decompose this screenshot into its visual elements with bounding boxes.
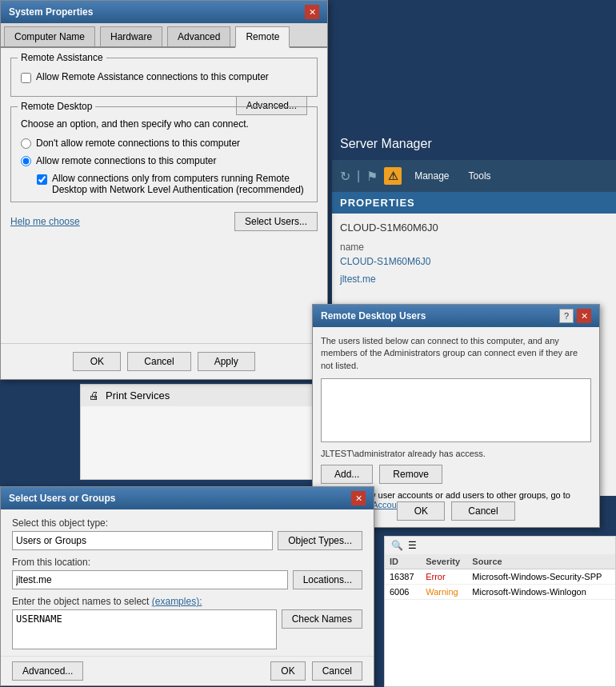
sug-content: Select this object type: Object Types...… [1, 509, 374, 664]
check-names-btn[interactable]: Check Names [282, 609, 362, 629]
help-link[interactable]: Help me choose [10, 216, 80, 227]
object-type-label: Select this object type: [12, 517, 362, 529]
object-names-row: Enter the object names to select (exampl… [12, 596, 362, 649]
location-input-row: Locations... [12, 570, 362, 589]
radio-no-connections-label: Don't allow remote connections to this c… [36, 138, 240, 149]
object-type-input[interactable] [12, 531, 273, 550]
remote-desktop-description: Choose an option, and then specify who c… [21, 118, 307, 130]
domain-value: jltest.me [340, 274, 608, 285]
computer-name-display: CLOUD-S1M60M6J0 [340, 222, 608, 234]
remote-assistance-title: Remote Assistance [18, 52, 106, 63]
manage-button[interactable]: Manage [408, 167, 455, 185]
events-table: ID Severity Source 16387 Error Microsoft… [385, 554, 615, 600]
server-manager-title: Server Manager [340, 137, 432, 151]
col-source: Source [467, 554, 615, 569]
remote-assistance-checkbox[interactable] [21, 73, 31, 83]
object-type-row: Select this object type: Object Types... [12, 517, 362, 550]
rdu-help-btn[interactable]: ? [559, 309, 574, 323]
print-services-panel: 🖨 Print Services [80, 384, 320, 480]
sug-title: Select Users or Groups [9, 493, 115, 504]
event-id: 6006 [385, 585, 421, 600]
events-header: 🔍 ☰ [385, 537, 615, 554]
table-row: 6006 Warning Microsoft-Windows-Winlogon [385, 585, 615, 600]
sug-advanced-btn[interactable]: Advanced... [12, 661, 83, 681]
nla-checkbox[interactable] [37, 174, 47, 185]
cancel-button[interactable]: Cancel [127, 352, 190, 371]
filter-icon: ☰ [408, 540, 417, 551]
radio-allow-connections: Allow remote connections to this compute… [21, 155, 307, 166]
tools-button[interactable]: Tools [462, 167, 498, 185]
tab-bar: Computer Name Hardware Advanced Remote [1, 23, 327, 48]
users-listbox[interactable] [321, 378, 591, 442]
system-properties-title: System Properties [9, 6, 93, 18]
name-value: CLOUD-S1M60M6J0 [340, 256, 608, 267]
sug-titlebar: Select Users or Groups ✕ [1, 487, 374, 509]
search-icon: 🔍 [391, 540, 403, 551]
radio-no-connections: Don't allow remote connections to this c… [21, 138, 307, 149]
event-source: Microsoft-Windows-Security-SPP [467, 569, 615, 585]
event-severity: Error [421, 569, 467, 585]
flag-icon: ⚑ [366, 169, 378, 184]
print-services-header: 🖨 Print Services [81, 385, 319, 406]
remote-assistance-label: Allow Remote Assistance connections to t… [36, 71, 269, 82]
tab-hardware[interactable]: Hardware [100, 26, 162, 46]
apply-button[interactable]: Apply [198, 352, 255, 371]
tab-computer-name[interactable]: Computer Name [4, 26, 95, 46]
object-types-btn[interactable]: Object Types... [278, 531, 362, 550]
system-properties-content: Remote Assistance Allow Remote Assistanc… [1, 48, 327, 241]
name-label: name [340, 242, 608, 253]
table-row: 16387 Error Microsoft-Windows-Security-S… [385, 569, 615, 585]
access-note: JLTEST\administrator already has access. [321, 449, 591, 458]
separator-icon: | [357, 169, 360, 183]
sug-footer: Advanced... OK Cancel [1, 656, 374, 685]
sug-ok-btn[interactable]: OK [270, 661, 305, 681]
server-manager-toolbar: ↻ | ⚑ ⚠ Manage Tools [332, 160, 616, 192]
sug-close-btn[interactable]: ✕ [351, 491, 366, 505]
radio-allow-connections-label: Allow remote connections to this compute… [36, 155, 216, 166]
event-severity: Warning [421, 585, 467, 600]
object-names-label: Enter the object names to select (exampl… [12, 596, 362, 607]
location-input[interactable] [12, 570, 288, 589]
remote-desktop-title: Remote Desktop [18, 101, 95, 112]
properties-header: PROPERTIES [332, 192, 616, 214]
rdu-titlebar: Remote Desktop Users ? ✕ [313, 305, 599, 327]
locations-btn[interactable]: Locations... [293, 570, 362, 589]
remote-desktop-group: Remote Desktop Choose an option, and the… [10, 106, 318, 202]
system-properties-dialog: System Properties ✕ Computer Name Hardwa… [0, 0, 328, 380]
rdu-description: The users listed below can connect to th… [321, 335, 591, 372]
location-label: From this location: [12, 557, 362, 568]
ok-button[interactable]: OK [73, 352, 121, 371]
properties-content: CLOUD-S1M60M6J0 name CLOUD-S1M60M6J0 jlt… [332, 214, 616, 299]
warning-icon: ⚠ [384, 167, 402, 185]
refresh-icon: ↻ [340, 169, 350, 184]
rdu-ok-btn[interactable]: OK [397, 501, 445, 521]
radio-allow-connections-input[interactable] [21, 156, 31, 166]
examples-link[interactable]: (examples): [152, 596, 202, 607]
sug-cancel-btn[interactable]: Cancel [312, 661, 362, 681]
rdu-title: Remote Desktop Users [321, 310, 426, 322]
rdu-action-buttons: Add... Remove [321, 465, 591, 484]
system-properties-close[interactable]: ✕ [305, 5, 319, 19]
tab-remote[interactable]: Remote [235, 26, 290, 48]
rdu-cancel-btn[interactable]: Cancel [451, 501, 514, 521]
sug-footer-right: OK Cancel [270, 661, 362, 681]
remove-btn[interactable]: Remove [379, 465, 442, 484]
add-btn[interactable]: Add... [321, 465, 373, 484]
radio-no-connections-input[interactable] [21, 138, 31, 149]
sug-dialog: Select Users or Groups ✕ Select this obj… [0, 486, 374, 686]
server-manager-header: Server Manager [332, 128, 616, 160]
remote-assistance-group: Remote Assistance Allow Remote Assistanc… [10, 58, 318, 97]
event-source: Microsoft-Windows-Winlogon [467, 585, 615, 600]
tab-advanced[interactable]: Advanced [167, 26, 230, 46]
object-type-input-row: Object Types... [12, 531, 362, 550]
rdu-close-btn[interactable]: ✕ [577, 309, 591, 323]
help-select-row: Help me choose Select Users... [10, 212, 318, 231]
events-panel: 🔍 ☰ ID Severity Source 16387 Error Micro… [384, 536, 616, 687]
nla-checkbox-row: Allow connections only from computers ru… [37, 173, 307, 195]
col-id: ID [385, 554, 421, 569]
remote-assistance-checkbox-row: Allow Remote Assistance connections to t… [21, 71, 307, 83]
object-names-input[interactable] [12, 609, 277, 649]
printer-icon: 🖨 [89, 389, 99, 401]
select-users-btn[interactable]: Select Users... [234, 212, 318, 231]
location-row: From this location: Locations... [12, 557, 362, 589]
